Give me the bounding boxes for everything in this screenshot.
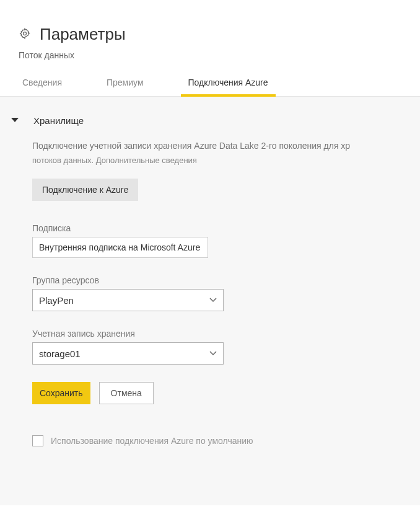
storage-section-title: Хранилище [33,115,84,126]
content-panel: Хранилище Подключение учетной записи хра… [0,97,420,505]
default-connection-checkbox[interactable] [32,435,43,446]
gear-icon [19,27,31,42]
resource-group-label: Группа ресурсов [32,275,401,285]
chevron-down-icon [209,296,217,304]
save-button[interactable]: Сохранить [32,382,90,404]
page-header: Параметры [0,0,420,50]
page-subtitle: Поток данных [0,50,420,71]
storage-description-more: потоков данных. Дополнительные сведения [32,156,401,165]
storage-account-label: Учетная запись хранения [32,329,401,339]
svg-point-0 [24,32,27,35]
page-title: Параметры [40,25,126,44]
tab-azure-connections[interactable]: Подключения Azure [185,71,272,96]
cancel-button[interactable]: Отмена [99,382,154,404]
chevron-down-icon [209,350,217,357]
tabs: Сведения Премиум Подключения Azure [0,71,420,97]
storage-account-select[interactable]: storage01 [32,342,224,365]
default-connection-label: Использование подключения Azure по умолч… [51,436,253,446]
storage-account-value: storage01 [39,348,81,359]
resource-group-value: PlayPen [39,295,74,306]
tab-premium[interactable]: Премиум [103,71,147,96]
caret-down-icon [11,118,19,122]
tab-details[interactable]: Сведения [19,71,66,96]
subscription-label: Подписка [32,223,401,233]
storage-section-header[interactable]: Хранилище [32,115,401,126]
storage-description: Подключение учетной записи хранения Azur… [32,141,401,151]
resource-group-select[interactable]: PlayPen [32,289,224,311]
connect-azure-button[interactable]: Подключение к Azure [32,179,138,201]
subscription-input[interactable] [32,237,208,258]
